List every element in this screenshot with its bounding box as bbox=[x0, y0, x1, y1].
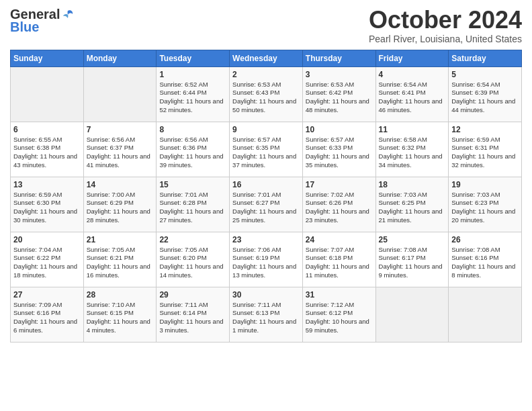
day-detail: Sunrise: 7:05 AMSunset: 6:20 PMDaylight:… bbox=[159, 246, 223, 279]
day-number: 24 bbox=[306, 235, 373, 244]
day-detail: Sunrise: 7:02 AMSunset: 6:26 PMDaylight:… bbox=[306, 191, 369, 224]
calendar-cell: 30 Sunrise: 7:11 AMSunset: 6:13 PMDaylig… bbox=[230, 287, 303, 342]
day-detail: Sunrise: 6:58 AMSunset: 6:32 PMDaylight:… bbox=[379, 136, 443, 169]
day-number: 2 bbox=[232, 70, 300, 79]
day-detail: Sunrise: 7:03 AMSunset: 6:25 PMDaylight:… bbox=[379, 191, 443, 224]
logo-blue: Blue bbox=[10, 19, 39, 35]
calendar-cell bbox=[11, 66, 84, 122]
title-block: October 2024 Pearl River, Louisiana, Uni… bbox=[369, 7, 522, 44]
day-number: 6 bbox=[13, 125, 81, 134]
page: General Blue October 2024 Pearl River, L… bbox=[0, 0, 532, 349]
calendar-cell: 15 Sunrise: 7:01 AMSunset: 6:28 PMDaylig… bbox=[157, 177, 230, 232]
month-title: October 2024 bbox=[369, 7, 522, 34]
calendar-cell: 23 Sunrise: 7:06 AMSunset: 6:19 PMDaylig… bbox=[230, 232, 303, 287]
calendar-cell: 26 Sunrise: 7:08 AMSunset: 6:16 PMDaylig… bbox=[449, 232, 522, 287]
calendar-cell: 1 Sunrise: 6:52 AMSunset: 6:44 PMDayligh… bbox=[157, 66, 230, 122]
day-detail: Sunrise: 6:59 AMSunset: 6:30 PMDaylight:… bbox=[13, 191, 77, 224]
calendar-cell: 20 Sunrise: 7:04 AMSunset: 6:22 PMDaylig… bbox=[11, 232, 84, 287]
day-detail: Sunrise: 6:55 AMSunset: 6:38 PMDaylight:… bbox=[13, 136, 77, 169]
col-saturday: Saturday bbox=[449, 50, 522, 66]
day-detail: Sunrise: 7:10 AMSunset: 6:15 PMDaylight:… bbox=[87, 301, 150, 334]
day-number: 14 bbox=[87, 180, 154, 189]
header-row: Sunday Monday Tuesday Wednesday Thursday… bbox=[11, 50, 522, 66]
day-number: 26 bbox=[451, 235, 519, 244]
day-detail: Sunrise: 7:03 AMSunset: 6:23 PMDaylight:… bbox=[451, 191, 515, 224]
day-detail: Sunrise: 7:12 AMSunset: 6:12 PMDaylight:… bbox=[306, 301, 369, 334]
day-number: 12 bbox=[451, 125, 519, 134]
location: Pearl River, Louisiana, United States bbox=[369, 34, 522, 44]
day-detail: Sunrise: 7:01 AMSunset: 6:27 PMDaylight:… bbox=[232, 191, 296, 224]
day-number: 31 bbox=[306, 290, 373, 300]
calendar-cell: 17 Sunrise: 7:02 AMSunset: 6:26 PMDaylig… bbox=[302, 177, 375, 232]
day-detail: Sunrise: 7:06 AMSunset: 6:19 PMDaylight:… bbox=[232, 246, 296, 279]
day-detail: Sunrise: 6:57 AMSunset: 6:33 PMDaylight:… bbox=[306, 136, 369, 169]
day-detail: Sunrise: 7:05 AMSunset: 6:21 PMDaylight:… bbox=[87, 246, 150, 279]
day-number: 22 bbox=[159, 235, 226, 244]
day-detail: Sunrise: 7:11 AMSunset: 6:13 PMDaylight:… bbox=[232, 301, 296, 334]
calendar-cell bbox=[375, 287, 449, 342]
day-number: 7 bbox=[87, 125, 154, 134]
calendar-cell: 5 Sunrise: 6:54 AMSunset: 6:39 PMDayligh… bbox=[449, 66, 522, 122]
day-number: 29 bbox=[159, 290, 226, 300]
day-number: 28 bbox=[87, 290, 154, 300]
day-number: 3 bbox=[306, 70, 373, 79]
day-number: 9 bbox=[232, 125, 300, 134]
day-number: 20 bbox=[13, 235, 81, 244]
col-sunday: Sunday bbox=[11, 50, 84, 66]
header: General Blue October 2024 Pearl River, L… bbox=[10, 7, 522, 44]
calendar-week-1: 6 Sunrise: 6:55 AMSunset: 6:38 PMDayligh… bbox=[11, 122, 522, 177]
calendar-cell: 8 Sunrise: 6:56 AMSunset: 6:36 PMDayligh… bbox=[157, 122, 230, 177]
day-number: 16 bbox=[232, 180, 300, 189]
day-number: 1 bbox=[159, 70, 226, 79]
calendar-cell: 27 Sunrise: 7:09 AMSunset: 6:16 PMDaylig… bbox=[11, 287, 84, 342]
calendar-cell: 6 Sunrise: 6:55 AMSunset: 6:38 PMDayligh… bbox=[11, 122, 84, 177]
calendar-cell: 21 Sunrise: 7:05 AMSunset: 6:21 PMDaylig… bbox=[83, 232, 157, 287]
day-detail: Sunrise: 6:56 AMSunset: 6:36 PMDaylight:… bbox=[159, 136, 223, 169]
day-number: 30 bbox=[232, 290, 300, 300]
col-tuesday: Tuesday bbox=[157, 50, 230, 66]
calendar-week-2: 13 Sunrise: 6:59 AMSunset: 6:30 PMDaylig… bbox=[11, 177, 522, 232]
day-detail: Sunrise: 6:53 AMSunset: 6:43 PMDaylight:… bbox=[232, 81, 296, 113]
col-monday: Monday bbox=[83, 50, 157, 66]
logo: General Blue bbox=[10, 7, 75, 35]
calendar-cell: 19 Sunrise: 7:03 AMSunset: 6:23 PMDaylig… bbox=[449, 177, 522, 232]
day-number: 17 bbox=[306, 180, 373, 189]
day-detail: Sunrise: 7:11 AMSunset: 6:14 PMDaylight:… bbox=[159, 301, 223, 334]
day-detail: Sunrise: 6:54 AMSunset: 6:41 PMDaylight:… bbox=[379, 81, 443, 113]
day-detail: Sunrise: 6:57 AMSunset: 6:35 PMDaylight:… bbox=[232, 136, 296, 169]
calendar-cell: 28 Sunrise: 7:10 AMSunset: 6:15 PMDaylig… bbox=[83, 287, 157, 342]
day-number: 8 bbox=[159, 125, 226, 134]
calendar-week-3: 20 Sunrise: 7:04 AMSunset: 6:22 PMDaylig… bbox=[11, 232, 522, 287]
calendar-cell: 25 Sunrise: 7:08 AMSunset: 6:17 PMDaylig… bbox=[375, 232, 449, 287]
day-number: 25 bbox=[379, 235, 446, 244]
day-detail: Sunrise: 7:01 AMSunset: 6:28 PMDaylight:… bbox=[159, 191, 223, 224]
calendar-week-0: 1 Sunrise: 6:52 AMSunset: 6:44 PMDayligh… bbox=[11, 66, 522, 122]
calendar-cell: 29 Sunrise: 7:11 AMSunset: 6:14 PMDaylig… bbox=[157, 287, 230, 342]
day-number: 13 bbox=[13, 180, 81, 189]
calendar-cell: 11 Sunrise: 6:58 AMSunset: 6:32 PMDaylig… bbox=[375, 122, 449, 177]
day-detail: Sunrise: 7:07 AMSunset: 6:18 PMDaylight:… bbox=[306, 246, 369, 279]
col-wednesday: Wednesday bbox=[230, 50, 303, 66]
day-detail: Sunrise: 6:54 AMSunset: 6:39 PMDaylight:… bbox=[451, 81, 515, 113]
day-number: 5 bbox=[451, 70, 519, 79]
calendar-cell: 2 Sunrise: 6:53 AMSunset: 6:43 PMDayligh… bbox=[230, 66, 303, 122]
day-detail: Sunrise: 6:59 AMSunset: 6:31 PMDaylight:… bbox=[451, 136, 515, 169]
calendar-cell: 3 Sunrise: 6:53 AMSunset: 6:42 PMDayligh… bbox=[302, 66, 375, 122]
col-friday: Friday bbox=[375, 50, 449, 66]
calendar-week-4: 27 Sunrise: 7:09 AMSunset: 6:16 PMDaylig… bbox=[11, 287, 522, 342]
col-thursday: Thursday bbox=[302, 50, 375, 66]
logo-bird-icon bbox=[61, 8, 75, 21]
day-number: 18 bbox=[379, 180, 446, 189]
day-detail: Sunrise: 6:52 AMSunset: 6:44 PMDaylight:… bbox=[159, 81, 223, 113]
calendar-cell: 9 Sunrise: 6:57 AMSunset: 6:35 PMDayligh… bbox=[230, 122, 303, 177]
calendar-cell: 12 Sunrise: 6:59 AMSunset: 6:31 PMDaylig… bbox=[449, 122, 522, 177]
day-number: 15 bbox=[159, 180, 226, 189]
calendar-cell: 14 Sunrise: 7:00 AMSunset: 6:29 PMDaylig… bbox=[83, 177, 157, 232]
day-number: 23 bbox=[232, 235, 300, 244]
day-detail: Sunrise: 7:00 AMSunset: 6:29 PMDaylight:… bbox=[87, 191, 150, 224]
day-number: 19 bbox=[451, 180, 519, 189]
day-number: 4 bbox=[379, 70, 446, 79]
calendar-cell bbox=[83, 66, 157, 122]
calendar-cell: 31 Sunrise: 7:12 AMSunset: 6:12 PMDaylig… bbox=[302, 287, 375, 342]
calendar-table: Sunday Monday Tuesday Wednesday Thursday… bbox=[10, 50, 522, 342]
